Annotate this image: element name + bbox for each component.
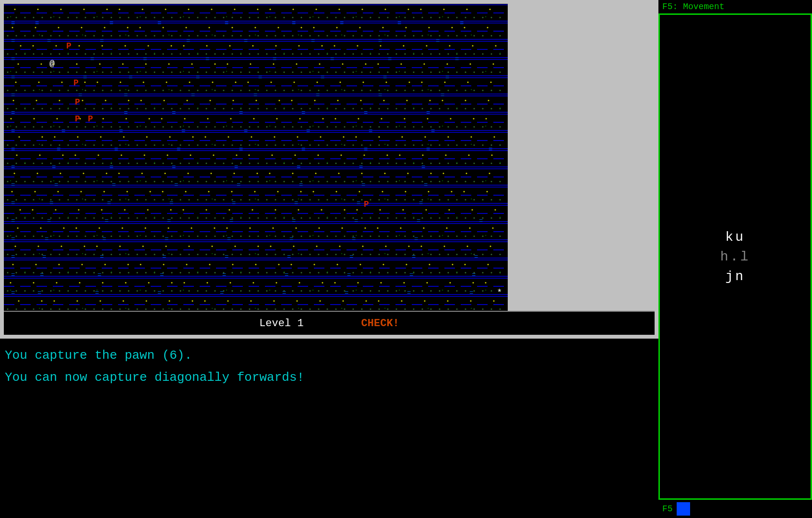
- star-character: *: [497, 288, 502, 297]
- message-1: You capture the pawn (6).: [5, 348, 654, 363]
- pawn-3: P: [75, 97, 80, 107]
- movement-hl: h.l: [720, 249, 750, 264]
- movement-ku: ku: [725, 230, 745, 245]
- game-wrapper: @ P P P P P P * Level 1 CHECK!: [0, 0, 658, 339]
- pawn-6: P: [364, 200, 369, 209]
- left-panel: @ P P P P P P * Level 1 CHECK!: [0, 0, 658, 518]
- movement-panel: ku h.l jn: [658, 13, 812, 500]
- pawn-1: P: [66, 41, 72, 51]
- pawn-4: P: [75, 114, 80, 124]
- main-container: @ P P P P P P * Level 1 CHECK!: [0, 0, 812, 518]
- level-display: Level 1: [259, 318, 303, 330]
- status-bar: Level 1 CHECK!: [4, 311, 655, 335]
- pawn-2: P: [73, 78, 79, 88]
- f5-bar: F5: [658, 500, 812, 518]
- f5-label: F5: [662, 504, 673, 514]
- right-panel: F5: Movement ku h.l jn F5: [658, 0, 812, 518]
- panel-title: F5: Movement: [658, 0, 812, 13]
- movement-jn: jn: [725, 269, 745, 284]
- text-area: You capture the pawn (6). You can now ca…: [0, 339, 658, 518]
- f5-indicator[interactable]: [677, 502, 690, 516]
- game-area[interactable]: @ P P P P P P *: [4, 4, 508, 311]
- player-character: @: [49, 59, 55, 69]
- pawn-5: P: [88, 114, 93, 124]
- message-2: You can now capture diagonally forwards!: [5, 370, 654, 385]
- road-canvas: [4, 4, 508, 311]
- check-display: CHECK!: [361, 318, 399, 330]
